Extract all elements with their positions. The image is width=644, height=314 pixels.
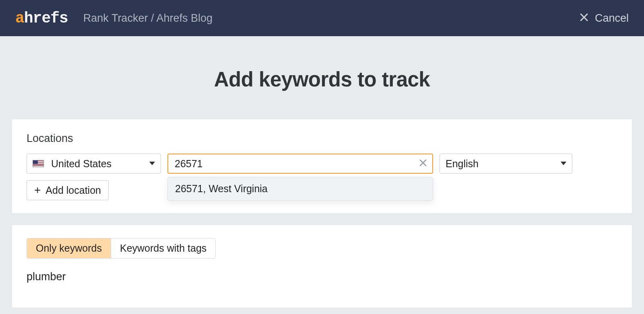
country-value: United States bbox=[51, 158, 111, 170]
svg-marker-2 bbox=[149, 162, 155, 165]
zip-input-wrap: 26571, West Virginia bbox=[167, 154, 433, 174]
add-location-button[interactable]: + Add location bbox=[27, 180, 109, 200]
cancel-label: Cancel bbox=[595, 12, 629, 25]
suggestion-item[interactable]: 26571, West Virginia bbox=[168, 177, 433, 200]
add-location-label: Add location bbox=[45, 185, 101, 196]
breadcrumb: Rank Tracker / Ahrefs Blog bbox=[83, 12, 213, 25]
page-title: Add keywords to track bbox=[0, 68, 644, 91]
us-flag-icon bbox=[33, 160, 44, 167]
keywords-panel: Only keywords Keywords with tags plumber bbox=[12, 225, 632, 308]
caret-down-icon bbox=[149, 162, 155, 166]
tab-only-keywords[interactable]: Only keywords bbox=[27, 238, 111, 258]
clear-icon[interactable] bbox=[419, 158, 427, 169]
keyword-tabs: Only keywords Keywords with tags bbox=[27, 238, 216, 259]
tab-keywords-with-tags[interactable]: Keywords with tags bbox=[111, 238, 215, 258]
svg-marker-5 bbox=[561, 162, 566, 165]
locations-label: Locations bbox=[27, 132, 617, 145]
ahrefs-logo: ahrefs bbox=[15, 10, 68, 27]
app-header: ahrefs Rank Tracker / Ahrefs Blog Cancel bbox=[0, 0, 644, 36]
page-title-area: Add keywords to track bbox=[0, 36, 644, 119]
zip-suggestions: 26571, West Virginia bbox=[167, 177, 433, 201]
language-value: English bbox=[446, 158, 479, 170]
header-left: ahrefs Rank Tracker / Ahrefs Blog bbox=[15, 10, 213, 27]
cancel-button[interactable]: Cancel bbox=[580, 12, 629, 25]
plus-icon: + bbox=[34, 185, 41, 196]
keywords-textarea[interactable]: plumber bbox=[27, 271, 617, 295]
country-select[interactable]: United States bbox=[27, 154, 161, 174]
caret-down-icon bbox=[561, 162, 566, 166]
locations-panel: Locations United States 26571, West Virg… bbox=[12, 119, 632, 213]
close-icon bbox=[580, 12, 588, 25]
locations-row: United States 26571, West Virginia Engli… bbox=[27, 154, 617, 174]
zip-input[interactable] bbox=[167, 154, 433, 174]
language-select[interactable]: English bbox=[440, 154, 572, 174]
